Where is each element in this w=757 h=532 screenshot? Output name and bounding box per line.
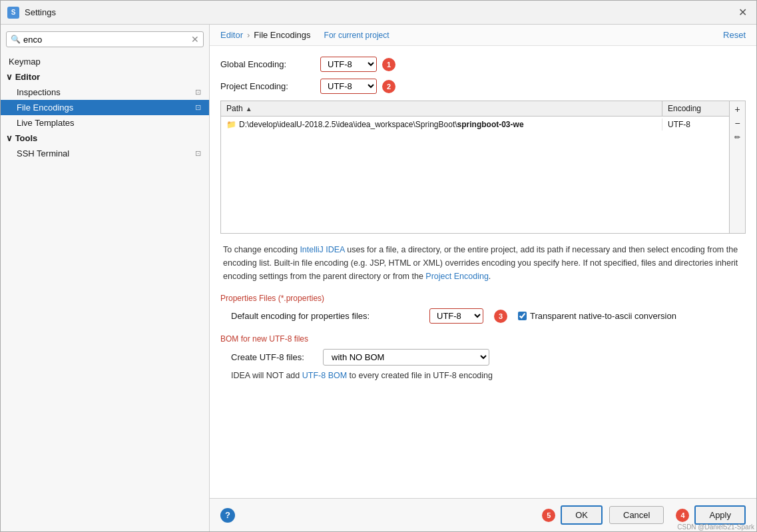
for-current-project-link[interactable]: For current project — [324, 31, 389, 40]
bom-label: Create UTF-8 files: — [231, 352, 318, 362]
project-encoding-label: Project Encoding: — [220, 81, 320, 91]
sidebar-section: Keymap ∨ Editor Inspections ⊡ File Encod… — [1, 53, 209, 162]
project-encoding-select[interactable]: UTF-8 — [320, 79, 377, 94]
breadcrumb-separator: › — [247, 30, 250, 40]
breadcrumb-container: Editor › File Encodings For current proj… — [220, 30, 389, 40]
add-path-button[interactable]: + — [731, 103, 744, 116]
global-encoding-row: Global Encoding: UTF-8 1 — [220, 57, 746, 72]
cancel-button[interactable]: Cancel — [609, 506, 664, 524]
apply-btn-wrapper: 4 Apply — [670, 505, 746, 525]
global-encoding-select[interactable]: UTF-8 — [320, 57, 377, 72]
project-encoding-link[interactable]: Project Encoding — [425, 272, 489, 281]
search-input[interactable] — [23, 35, 191, 45]
remove-path-button[interactable]: − — [731, 117, 744, 130]
folder-icon: 📁 — [226, 120, 236, 129]
breadcrumb-editor[interactable]: Editor — [220, 30, 243, 40]
panel-body: Global Encoding: UTF-8 1 Project Encodin… — [210, 46, 756, 498]
apply-badge: 4 — [676, 509, 689, 522]
properties-section-title: Properties Files (*.properties) — [220, 294, 746, 303]
bom-info-before: IDEA will NOT add — [231, 371, 302, 380]
app-icon: S — [7, 7, 19, 19]
close-button[interactable]: ✕ — [736, 6, 750, 19]
intellij-idea-link[interactable]: IntelliJ IDEA — [300, 245, 344, 254]
bom-select[interactable]: with NO BOM with BOM — [323, 349, 489, 366]
th-encoding: Encoding — [662, 101, 729, 116]
apply-button[interactable]: Apply — [694, 505, 746, 525]
ok-btn-wrapper: 5 OK — [537, 505, 603, 525]
bom-section-title: BOM for new UTF-8 files — [220, 334, 746, 344]
bom-info: IDEA will NOT add UTF-8 BOM to every cre… — [220, 371, 746, 380]
global-encoding-badge: 1 — [382, 58, 395, 71]
sidebar-item-ssh-terminal[interactable]: SSH Terminal ⊡ — [1, 146, 209, 161]
window-title: Settings — [25, 7, 56, 17]
search-box: 🔍 ✕ — [6, 31, 204, 47]
inspections-icon: ⊡ — [195, 88, 201, 97]
table-body: 📁 D:\develop\idealU-2018.2.5\idea\idea_w… — [221, 117, 729, 233]
table-header: Path ▲ Encoding — [221, 101, 729, 117]
main-content: 🔍 ✕ Keymap ∨ Editor Inspections ⊡ File E… — [1, 25, 756, 531]
td-path: 📁 D:\develop\idealU-2018.2.5\idea\idea_w… — [221, 119, 662, 131]
sidebar-item-tools[interactable]: ∨ Tools — [1, 131, 209, 146]
bom-info-after: to every created file in UTF-8 encoding — [347, 371, 493, 380]
sidebar-item-editor[interactable]: ∨ Editor — [1, 69, 209, 85]
ssh-terminal-icon: ⊡ — [195, 149, 201, 158]
table-action-buttons: + − ✏ — [729, 101, 745, 233]
file-table: Path ▲ Encoding 📁 D:\develop\idealU-2018… — [221, 101, 729, 233]
props-label: Default encoding for properties files: — [231, 311, 424, 321]
td-encoding: UTF-8 — [662, 119, 729, 131]
watermark: CSDN @Daniel521-Spark — [677, 523, 754, 531]
project-encoding-row: Project Encoding: UTF-8 2 — [220, 79, 746, 94]
sidebar-item-inspections[interactable]: Inspections ⊡ — [1, 85, 209, 100]
sort-arrow-icon: ▲ — [246, 105, 252, 113]
global-encoding-label: Global Encoding: — [220, 59, 320, 69]
search-icon: 🔍 — [11, 35, 21, 44]
info-text: To change encoding IntelliJ IDEA uses fo… — [220, 243, 746, 283]
sidebar-item-file-encodings[interactable]: File Encodings ⊡ — [1, 100, 209, 115]
props-badge: 3 — [494, 310, 507, 323]
sidebar: 🔍 ✕ Keymap ∨ Editor Inspections ⊡ File E… — [1, 25, 210, 531]
props-encoding-select[interactable]: UTF-8 — [429, 308, 483, 324]
sidebar-item-live-templates[interactable]: Live Templates — [1, 115, 209, 131]
utf8-bom-link[interactable]: UTF-8 BOM — [302, 371, 347, 380]
checkbox-row: Transparent native-to-ascii conversion — [518, 311, 676, 321]
breadcrumb-bar: Editor › File Encodings For current proj… — [210, 25, 756, 46]
bom-row: Create UTF-8 files: with NO BOM with BOM — [220, 349, 746, 366]
table-row[interactable]: 📁 D:\develop\idealU-2018.2.5\idea\idea_w… — [221, 117, 729, 133]
help-button[interactable]: ? — [220, 508, 235, 523]
file-encodings-icon: ⊡ — [195, 103, 201, 112]
edit-path-button[interactable]: ✏ — [731, 131, 744, 144]
sidebar-item-keymap[interactable]: Keymap — [1, 54, 209, 69]
settings-window: S Settings ✕ 🔍 ✕ Keymap ∨ Editor — [0, 0, 757, 532]
properties-row: Default encoding for properties files: U… — [220, 308, 746, 324]
title-bar-left: S Settings — [7, 7, 56, 19]
breadcrumb: Editor › File Encodings — [220, 30, 311, 40]
bottom-bar: ? 5 OK Cancel 4 Apply — [210, 498, 756, 531]
right-panel: Editor › File Encodings For current proj… — [210, 25, 756, 531]
title-bar: S Settings ✕ — [1, 1, 756, 25]
checkbox-label: Transparent native-to-ascii conversion — [530, 311, 676, 321]
ok-badge: 5 — [542, 509, 555, 522]
project-encoding-badge: 2 — [382, 80, 395, 93]
transparent-checkbox[interactable] — [518, 312, 527, 320]
th-path: Path ▲ — [221, 101, 662, 116]
reset-button[interactable]: Reset — [723, 30, 746, 40]
ok-button[interactable]: OK — [561, 505, 603, 525]
search-clear-icon[interactable]: ✕ — [191, 34, 199, 45]
file-table-container: Path ▲ Encoding 📁 D:\develop\idealU-2018… — [220, 101, 746, 234]
breadcrumb-current: File Encodings — [254, 30, 310, 40]
